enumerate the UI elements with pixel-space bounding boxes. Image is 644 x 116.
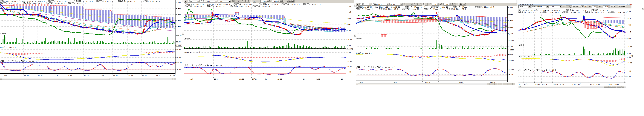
- svg-text:( Close, 75 ): ( Close, 75 ): [454, 8, 466, 10]
- svg-text:9,700: 9,700: [627, 10, 631, 12]
- svg-text:( Close, 20 ): ( Close, 20 ): [615, 12, 627, 14]
- svg-text:( Close, 75 ): ( Close, 75 ): [237, 6, 252, 7]
- svg-text:40.00: 40.00: [346, 71, 351, 73]
- svg-text:1: 1: [238, 0, 239, 2]
- svg-text:100.00: 100.00: [346, 66, 352, 67]
- svg-text:, 2012/04/23 - 2012/05/02 ): , 2012/04/23 - 2012/05/02 ): [538, 10, 566, 11]
- svg-text:30: 30: [519, 84, 520, 85]
- svg-text:12:00: 12:00: [341, 78, 346, 80]
- svg-text:35.00: 35.00: [508, 74, 513, 76]
- svg-text:9,530: 9,530: [627, 24, 631, 26]
- svg-text:18:40: 18:40: [100, 74, 104, 76]
- svg-text:20.00: 20.00: [627, 57, 631, 59]
- svg-text:9,380: 9,380: [176, 20, 181, 22]
- svg-text:( Close, 150 ): ( Close, 150 ): [573, 10, 590, 11]
- svg-text:( Close, 150 ): ( Close, 150 ): [241, 4, 257, 5]
- svg-text:35.00: 35.00: [176, 69, 181, 71]
- svg-text:9,445: 9,445: [346, 24, 351, 26]
- svg-text:9,360: 9,360: [627, 38, 631, 40]
- svg-text:( Close, 25 ): ( Close, 25 ): [8, 2, 23, 4]
- svg-text:, 2012/04/23 - 2012/05/02 ): , 2012/04/23 - 2012/05/02 ): [377, 6, 405, 8]
- svg-text:12/06: 12/06: [390, 4, 395, 5]
- svg-text:( 9, 26, 52 ): ( 9, 26, 52 ): [266, 4, 282, 5]
- svg-text:( Close, 10 ): ( Close, 10 ): [547, 12, 562, 14]
- svg-text:12:00: 12:00: [214, 78, 218, 80]
- svg-text:04/24: 04/24: [524, 84, 528, 85]
- svg-text:04/28: 04/28: [252, 78, 256, 80]
- svg-text:20:00: 20:00: [303, 78, 307, 80]
- svg-text:9,615: 9,615: [508, 13, 513, 15]
- svg-text:MACD( 12, 26, 9 ): MACD( 12, 26, 9 ): [184, 51, 200, 53]
- svg-text:9,485: 9,485: [176, 8, 181, 9]
- svg-text:225mini: 225mini: [204, 0, 211, 2]
- svg-text:9,360: 9,360: [508, 33, 513, 35]
- svg-text:165.00: 165.00: [627, 46, 632, 48]
- svg-text:500: 500: [446, 4, 448, 5]
- svg-text:9,530: 9,530: [346, 17, 351, 19]
- svg-text:( Close, 25 ): ( Close, 25 ): [192, 6, 207, 7]
- svg-text:500: 500: [274, 0, 276, 2]
- svg-text:( Close, 5 ): ( Close, 5 ): [104, 0, 118, 2]
- svg-text:( Close, 75 ): ( Close, 75 ): [76, 2, 87, 4]
- svg-text:20.00: 20.00: [508, 53, 513, 55]
- svg-text:85.00: 85.00: [176, 41, 181, 43]
- svg-text:14:40: 14:40: [68, 74, 72, 76]
- svg-text:12:00: 12:00: [38, 74, 42, 76]
- svg-text:( Close, 10 ): ( Close, 10 ): [482, 6, 494, 8]
- svg-text:( 14, 3, 80, 20 ): ( 14, 3, 80, 20 ): [380, 66, 395, 68]
- svg-text:× 100: × 100: [176, 45, 181, 46]
- svg-text:( Close, 10 ): ( Close, 10 ): [310, 4, 322, 5]
- svg-text:01:20: 01:20: [170, 74, 175, 76]
- svg-text:160.00: 160.00: [508, 40, 514, 41]
- svg-text:( Close, 25 ): ( Close, 25 ): [592, 12, 608, 14]
- svg-text:( Close, 150 ): ( Close, 150 ): [412, 6, 429, 8]
- svg-text:04/27: 04/27: [189, 78, 193, 80]
- svg-text:16:30: 16:30: [608, 84, 612, 85]
- svg-text:04/28: 04/28: [596, 84, 601, 85]
- svg-text:05/02: 05/02: [614, 84, 619, 85]
- svg-text:55.00: 55.00: [346, 44, 351, 46]
- svg-text:16:30: 16:30: [572, 84, 576, 85]
- svg-text:35.00: 35.00: [627, 76, 631, 78]
- svg-text:9,435: 9,435: [176, 14, 181, 16]
- svg-text:15: 15: [263, 0, 264, 2]
- svg-text:( Close, 40 ): ( Close, 40 ): [570, 12, 585, 14]
- svg-text:-20.00: -20.00: [346, 61, 352, 63]
- svg-text:225mini: 225mini: [536, 6, 542, 8]
- svg-text:MACD( 12, 26, 9 ): MACD( 12, 26, 9 ): [519, 56, 534, 58]
- svg-text:( Close, 25 ): ( Close, 25 ): [386, 8, 402, 10]
- svg-text:( 14, 3, 80, 20 ): ( 14, 3, 80, 20 ): [24, 60, 39, 62]
- svg-text:( Close, 5 ): ( Close, 5 ): [460, 6, 475, 8]
- svg-text:225mini 12/06( 5: 225mini 12/06( 5: [4, 0, 18, 2]
- svg-text:( Close, 40 ): ( Close, 40 ): [364, 8, 379, 10]
- svg-text:( 9, 26, 52 ): ( 9, 26, 52 ): [598, 10, 610, 11]
- svg-text:May: May: [265, 78, 268, 80]
- svg-text:9,700: 9,700: [346, 5, 351, 7]
- svg-text:, 2012/04/27 - 2012/05/02 ): , 2012/04/27 - 2012/05/02 ): [20, 0, 48, 2]
- svg-text:9,615: 9,615: [627, 17, 631, 19]
- svg-text:100.00: 100.00: [508, 68, 514, 70]
- svg-text:MACD( 12, 26, 9 ): MACD( 12, 26, 9 ): [356, 52, 372, 54]
- svg-text:12/06: 12/06: [218, 0, 223, 2]
- svg-text:04/26: 04/26: [560, 84, 564, 85]
- svg-text:T: T: [254, 0, 255, 2]
- svg-text:16:30: 16:30: [535, 84, 540, 85]
- svg-text:9,700: 9,700: [508, 7, 513, 8]
- svg-text:9,445: 9,445: [627, 31, 631, 33]
- svg-text:-30.00: -30.00: [508, 59, 514, 61]
- svg-text:20:00: 20:00: [240, 78, 244, 80]
- svg-text:( Close, 75 ): ( Close, 75 ): [260, 6, 272, 7]
- svg-text:( Close, 150 ): ( Close, 150 ): [56, 0, 72, 2]
- svg-text:22:40: 22:40: [142, 74, 146, 76]
- svg-text:55.00: 55.00: [508, 46, 513, 48]
- svg-text:9,360: 9,360: [346, 30, 351, 32]
- svg-text:May: May: [4, 74, 7, 76]
- svg-text:( Close, 20 ): ( Close, 20 ): [409, 8, 424, 10]
- svg-text:12:00: 12:00: [278, 78, 282, 80]
- svg-text:04/27: 04/27: [578, 84, 582, 85]
- svg-text:( 14, 3, 80, 20 ): ( 14, 3, 80, 20 ): [208, 64, 224, 66]
- svg-text:T: T: [426, 4, 426, 5]
- svg-text:9,330: 9,330: [176, 26, 181, 28]
- svg-text:30: 30: [434, 4, 436, 5]
- svg-text:225mini 12/06( 60: 225mini 12/06( 60: [520, 10, 536, 11]
